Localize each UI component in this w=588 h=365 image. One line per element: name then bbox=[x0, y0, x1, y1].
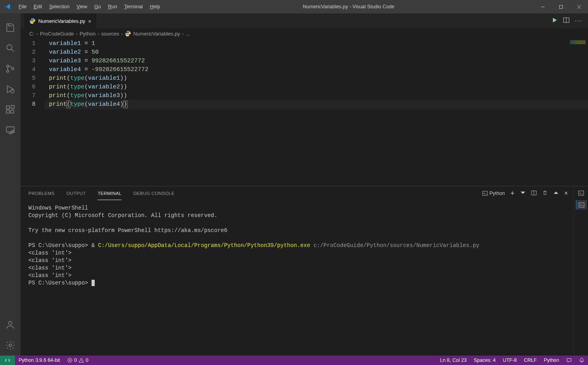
editor-tabs: NumericVariables.py × ··· bbox=[21, 13, 588, 28]
chevron-right-icon: › bbox=[182, 31, 184, 37]
code-line-1[interactable]: variable1 = 1 bbox=[45, 39, 588, 48]
menu-terminal[interactable]: Terminal bbox=[121, 2, 146, 12]
svg-point-1 bbox=[7, 45, 12, 50]
menu-edit[interactable]: Edit bbox=[30, 2, 46, 12]
remote-indicator[interactable] bbox=[0, 356, 15, 365]
crumb[interactable]: NumericVariables.py bbox=[133, 31, 180, 37]
code-line-6[interactable]: print(type(variable2)) bbox=[45, 83, 588, 92]
warning-icon bbox=[79, 358, 84, 363]
menu-go[interactable]: Go bbox=[91, 2, 105, 12]
menu-file[interactable]: File bbox=[15, 2, 30, 12]
crumb[interactable]: C: bbox=[29, 31, 34, 37]
svg-point-12 bbox=[9, 321, 12, 325]
code-line-2[interactable]: variable2 = 50 bbox=[45, 48, 588, 57]
status-problems[interactable]: 0 0 bbox=[64, 356, 92, 365]
svg-rect-7 bbox=[6, 110, 9, 113]
breadcrumbs[interactable]: C: › ProCodeGuide › Python › sources › N… bbox=[21, 28, 588, 39]
svg-point-13 bbox=[9, 344, 12, 347]
accounts-icon[interactable] bbox=[0, 314, 21, 335]
minimap[interactable] bbox=[545, 39, 588, 186]
status-eol[interactable]: CRLF bbox=[520, 356, 540, 365]
python-file-icon bbox=[29, 18, 36, 24]
titlebar: File Edit Selection View Go Run Terminal… bbox=[0, 0, 588, 13]
svg-rect-17 bbox=[483, 191, 487, 196]
crumb[interactable]: ... bbox=[186, 31, 190, 37]
status-notifications-icon[interactable] bbox=[575, 356, 588, 365]
menu-selection[interactable]: Selection bbox=[46, 2, 73, 12]
window-controls bbox=[534, 0, 588, 13]
terminal-side-item[interactable] bbox=[576, 188, 587, 198]
svg-point-15 bbox=[33, 22, 33, 23]
chevron-right-icon: › bbox=[36, 31, 38, 37]
window-title: NumericVariables.py - Visual Studio Code bbox=[164, 4, 534, 9]
svg-rect-20 bbox=[579, 202, 584, 207]
panel-tab-output[interactable]: OUTPUT bbox=[66, 187, 86, 200]
crumb[interactable]: sources bbox=[101, 31, 120, 37]
code-line-5[interactable]: print(type(variable1)) bbox=[45, 74, 588, 83]
close-button[interactable] bbox=[570, 0, 588, 13]
run-button-icon[interactable] bbox=[551, 17, 558, 25]
terminal-cursor bbox=[92, 280, 95, 286]
svg-rect-10 bbox=[6, 127, 14, 132]
code-line-8[interactable]: print(type(variable4)) bbox=[45, 100, 588, 109]
extensions-icon[interactable] bbox=[0, 99, 21, 120]
new-terminal-icon[interactable]: + bbox=[510, 189, 515, 198]
svg-point-14 bbox=[31, 19, 32, 19]
kill-terminal-icon[interactable] bbox=[542, 190, 548, 197]
terminal-output[interactable]: Windows PowerShell Copyright (C) Microso… bbox=[21, 200, 574, 356]
tab-close-icon[interactable]: × bbox=[88, 18, 92, 24]
code-area[interactable]: variable1 = 1variable2 = 50variable3 = 9… bbox=[45, 39, 588, 186]
remote-explorer-icon[interactable] bbox=[0, 120, 21, 140]
panel-tab-terminal[interactable]: TERMINAL bbox=[97, 187, 122, 200]
status-feedback-icon[interactable] bbox=[563, 356, 575, 365]
terminal-dropdown-icon[interactable] bbox=[520, 190, 526, 197]
chevron-right-icon: › bbox=[97, 31, 99, 37]
code-line-7[interactable]: print(type(variable3)) bbox=[45, 92, 588, 100]
status-language[interactable]: Python bbox=[540, 356, 563, 365]
tab-numeric-variables[interactable]: NumericVariables.py × bbox=[24, 13, 97, 28]
svg-point-2 bbox=[7, 65, 9, 67]
tab-label: NumericVariables.py bbox=[38, 18, 85, 24]
svg-point-11 bbox=[11, 130, 14, 133]
menu-run[interactable]: Run bbox=[105, 2, 121, 12]
menu-view[interactable]: View bbox=[73, 2, 91, 12]
code-line-3[interactable]: variable3 = 992826615522772 bbox=[45, 57, 588, 66]
maximize-panel-icon[interactable] bbox=[553, 190, 559, 197]
maximize-button[interactable] bbox=[552, 0, 570, 13]
panel-tab-problems[interactable]: PROBLEMS bbox=[28, 187, 54, 200]
split-terminal-icon[interactable] bbox=[531, 190, 537, 197]
vscode-logo-icon bbox=[4, 3, 11, 10]
status-python-version[interactable]: Python 3.9.6 64-bit bbox=[15, 356, 64, 365]
source-control-icon[interactable] bbox=[0, 58, 21, 79]
more-actions-icon[interactable]: ··· bbox=[575, 17, 582, 24]
crumb[interactable]: ProCodeGuide bbox=[40, 31, 74, 37]
menubar: File Edit Selection View Go Run Terminal… bbox=[15, 2, 164, 12]
chevron-right-icon: › bbox=[121, 31, 123, 37]
svg-point-3 bbox=[7, 70, 9, 72]
status-encoding[interactable]: UTF-8 bbox=[499, 356, 520, 365]
terminal-side-item[interactable] bbox=[576, 200, 587, 210]
split-editor-icon[interactable] bbox=[563, 17, 569, 25]
terminal-shell-selector[interactable]: Python bbox=[482, 191, 505, 196]
editor-area: NumericVariables.py × ··· C: › ProCodeGu… bbox=[21, 13, 588, 356]
chevron-right-icon: › bbox=[76, 31, 77, 37]
run-debug-icon[interactable] bbox=[0, 79, 21, 99]
crumb[interactable]: Python bbox=[80, 31, 96, 37]
svg-rect-6 bbox=[6, 106, 9, 109]
status-indentation[interactable]: Spaces: 4 bbox=[470, 356, 499, 365]
search-icon[interactable] bbox=[0, 38, 21, 58]
code-line-4[interactable]: variable4 = -992826615522772 bbox=[45, 66, 588, 74]
python-file-icon bbox=[125, 30, 131, 37]
status-cursor-position[interactable]: Ln 8, Col 23 bbox=[436, 356, 470, 365]
error-icon bbox=[67, 358, 73, 363]
code-editor[interactable]: 12345678 variable1 = 1variable2 = 50vari… bbox=[21, 39, 588, 186]
panel-tab-debug-console[interactable]: DEBUG CONSOLE bbox=[133, 187, 174, 200]
close-panel-icon[interactable]: × bbox=[564, 190, 568, 197]
svg-rect-9 bbox=[11, 105, 14, 109]
minimize-button[interactable] bbox=[534, 0, 552, 13]
settings-icon[interactable] bbox=[0, 335, 21, 356]
menu-help[interactable]: Help bbox=[146, 2, 164, 12]
svg-point-5 bbox=[11, 90, 14, 93]
explorer-icon[interactable] bbox=[0, 17, 21, 38]
line-number-gutter: 12345678 bbox=[21, 39, 45, 186]
